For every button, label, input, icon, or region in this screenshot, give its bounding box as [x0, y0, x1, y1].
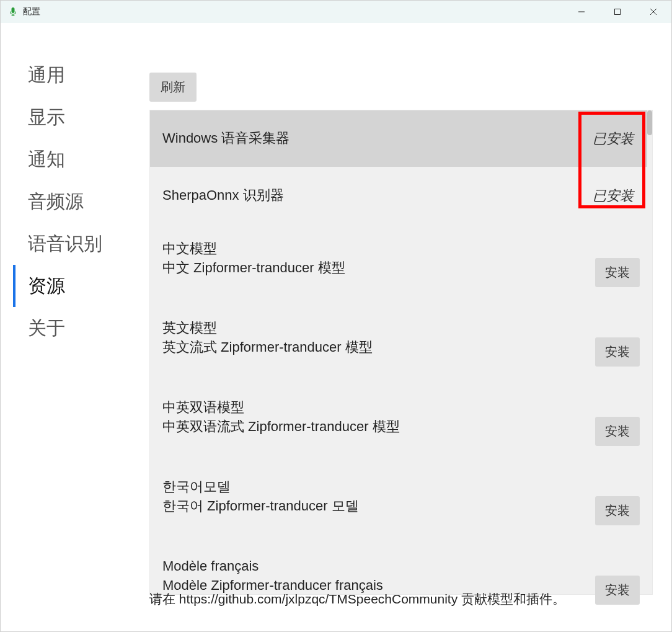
svg-rect-1 [615, 9, 621, 15]
status-installed: 已安装 [593, 130, 640, 148]
install-button[interactable]: 安装 [595, 337, 640, 367]
resource-title: SherpaOnnx 识别器 [162, 186, 593, 205]
resource-subtitle: 英文流式 Zipformer-tranducer 模型 [162, 338, 595, 357]
resource-row[interactable]: SherpaOnnx 识别器 已安装 [150, 167, 652, 225]
resource-subtitle: 中英双语流式 Zipformer-tranducer 模型 [162, 417, 595, 437]
sidebar-item-speech-recognition[interactable]: 语音识别 [13, 223, 143, 265]
install-button[interactable]: 安装 [595, 258, 640, 287]
resource-subtitle: 한국어 Zipformer-tranducer 모델 [162, 497, 595, 516]
window: 配置 通用 显示 通知 音频源 语音识别 资源 关于 刷新 [0, 0, 672, 632]
window-controls [564, 1, 671, 23]
install-button[interactable]: 安装 [595, 417, 640, 446]
resource-title: 中英双语模型 [162, 398, 595, 417]
status-installed: 已安装 [593, 187, 640, 205]
sidebar-item-audio-source[interactable]: 音频源 [13, 180, 143, 223]
resource-title: 한국어모델 [162, 478, 595, 497]
sidebar: 通用 显示 通知 音频源 语音识别 资源 关于 [1, 23, 143, 631]
resource-subtitle: 中文 Zipformer-tranducer 模型 [162, 259, 595, 278]
resource-list: Windows 语音采集器 已安装 SherpaOnnx 识别器 已安装 中文模… [149, 110, 653, 595]
refresh-button[interactable]: 刷新 [149, 73, 197, 102]
microphone-icon [8, 7, 18, 17]
close-button[interactable] [635, 1, 671, 23]
resource-title: 英文模型 [162, 319, 595, 338]
sidebar-item-notifications[interactable]: 通知 [13, 138, 143, 180]
titlebar: 配置 [1, 1, 671, 23]
sidebar-item-resources[interactable]: 资源 [13, 265, 143, 307]
resource-row[interactable]: Windows 语音采集器 已安装 [150, 110, 652, 167]
install-button[interactable]: 安装 [595, 496, 640, 525]
resource-title: Modèle français [162, 557, 595, 576]
main-panel: 刷新 Windows 语音采集器 已安装 SherpaOnnx 识别器 已安装 [143, 23, 671, 631]
resource-row[interactable]: 한국어모델 한국어 Zipformer-tranducer 모델 安装 [150, 463, 652, 542]
window-title: 配置 [23, 6, 40, 17]
resource-row[interactable]: 中英双语模型 中英双语流式 Zipformer-tranducer 模型 安装 [150, 383, 652, 463]
scrollbar-thumb[interactable] [647, 110, 652, 135]
sidebar-item-about[interactable]: 关于 [13, 307, 143, 349]
footer-text: 请在 https://github.com/jxlpzqc/TMSpeechCo… [149, 590, 653, 608]
sidebar-item-display[interactable]: 显示 [13, 96, 143, 138]
resource-title: 中文模型 [162, 239, 595, 259]
resource-row[interactable]: 中文模型 中文 Zipformer-tranducer 模型 安装 [150, 225, 652, 304]
scrollbar-track[interactable] [647, 110, 652, 594]
maximize-button[interactable] [599, 1, 635, 23]
body: 通用 显示 通知 音频源 语音识别 资源 关于 刷新 Windows 语音采集器… [1, 23, 671, 631]
resource-row[interactable]: Modèle français Modèle Zipformer-tranduc… [150, 542, 652, 621]
sidebar-item-general[interactable]: 通用 [13, 54, 143, 96]
resource-row[interactable]: 英文模型 英文流式 Zipformer-tranducer 模型 安装 [150, 304, 652, 383]
minimize-button[interactable] [564, 1, 599, 23]
resource-title: Windows 语音采集器 [162, 129, 593, 148]
